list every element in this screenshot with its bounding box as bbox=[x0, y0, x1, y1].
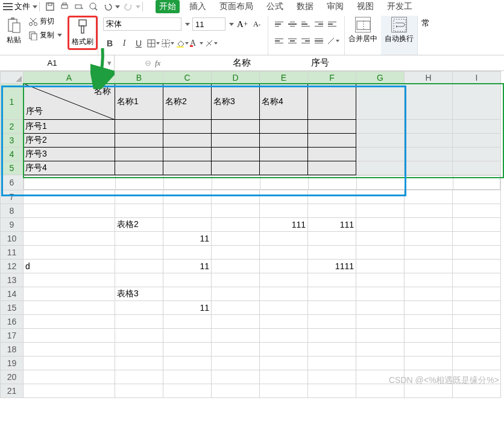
col-head-e[interactable]: E bbox=[260, 72, 308, 84]
cell-b1[interactable]: 名称1 bbox=[115, 84, 163, 120]
tab-layout[interactable]: 页面布局 bbox=[216, 0, 257, 13]
row-head-4[interactable]: 4 bbox=[1, 148, 24, 161]
file-menu-drop-icon[interactable] bbox=[33, 5, 37, 8]
align-middle-button[interactable] bbox=[286, 18, 298, 30]
paste-button[interactable]: 粘贴 bbox=[4, 16, 24, 46]
cell-f9[interactable]: 111 bbox=[308, 218, 356, 232]
qat-preview-icon[interactable] bbox=[87, 1, 99, 13]
decrease-font-icon[interactable]: A- bbox=[251, 18, 263, 30]
align-center-button[interactable] bbox=[286, 35, 298, 47]
cut-button[interactable]: 剪切 bbox=[27, 16, 64, 27]
col-head-d[interactable]: D bbox=[212, 72, 260, 84]
row-head-13[interactable]: 13 bbox=[1, 273, 24, 287]
size-drop-icon[interactable] bbox=[229, 23, 234, 26]
cell-a3[interactable]: 序号2 bbox=[24, 134, 115, 148]
row-head-11[interactable]: 11 bbox=[1, 246, 24, 260]
row-head-8[interactable]: 8 bbox=[1, 204, 24, 218]
format-painter-button[interactable]: 格式刷 bbox=[68, 16, 98, 50]
font-drop-icon[interactable] bbox=[185, 23, 190, 26]
cell-b9[interactable]: 表格2 bbox=[115, 218, 163, 232]
cell-b14[interactable]: 表格3 bbox=[115, 287, 163, 301]
row-head-18[interactable]: 18 bbox=[1, 343, 24, 356]
tab-insert[interactable]: 插入 bbox=[186, 0, 210, 13]
col-head-c[interactable]: C bbox=[163, 72, 212, 84]
cell-a12[interactable]: d bbox=[24, 260, 115, 273]
inner-border-button[interactable] bbox=[161, 37, 174, 50]
col-head-a[interactable]: A bbox=[24, 72, 115, 84]
undo-drop-icon[interactable] bbox=[115, 5, 120, 8]
align-right-button[interactable] bbox=[300, 35, 312, 47]
align-left-button[interactable] bbox=[273, 35, 285, 47]
row-head-5[interactable]: 5 bbox=[1, 161, 24, 175]
border-button[interactable] bbox=[146, 37, 160, 50]
redo-drop-icon[interactable] bbox=[136, 5, 140, 8]
tab-review[interactable]: 审阅 bbox=[323, 0, 347, 13]
underline-button[interactable]: U bbox=[132, 37, 145, 50]
col-head-h[interactable]: H bbox=[405, 72, 453, 84]
row-head-2[interactable]: 2 bbox=[1, 120, 24, 134]
row-head-17[interactable]: 17 bbox=[1, 329, 24, 343]
file-menu[interactable]: 文件 bbox=[13, 1, 31, 12]
cell-a5[interactable]: 序号4 bbox=[24, 161, 115, 175]
indent-right-button[interactable] bbox=[313, 18, 325, 30]
hamburger-icon[interactable] bbox=[2, 1, 13, 12]
font-size-select[interactable] bbox=[192, 17, 225, 31]
cancel-formula-icon[interactable]: ⊖ bbox=[145, 58, 151, 67]
tab-formula[interactable]: 公式 bbox=[263, 0, 287, 13]
fill-color-button[interactable] bbox=[175, 37, 189, 50]
copy-button[interactable]: 复制 bbox=[27, 30, 64, 41]
row-head-10[interactable]: 10 bbox=[1, 232, 24, 246]
cell-c12[interactable]: 11 bbox=[163, 260, 212, 273]
indent-left-button[interactable] bbox=[326, 18, 338, 30]
cell-c15[interactable]: 11 bbox=[163, 301, 212, 315]
row-head-9[interactable]: 9 bbox=[1, 218, 24, 232]
qat-save-icon[interactable] bbox=[44, 1, 56, 13]
bold-button[interactable]: B bbox=[103, 37, 116, 50]
tab-view[interactable]: 视图 bbox=[353, 0, 377, 13]
row-head-3[interactable]: 3 bbox=[1, 134, 24, 148]
cell-c1[interactable]: 名称2 bbox=[163, 84, 212, 120]
orientation-button[interactable] bbox=[326, 34, 339, 48]
row-head-21[interactable]: 21 bbox=[1, 384, 24, 398]
copy-drop-icon[interactable] bbox=[57, 34, 62, 37]
wrap-text-button[interactable]: 自动换行 bbox=[381, 16, 417, 55]
qat-print-dropdown-icon[interactable] bbox=[73, 1, 85, 13]
clear-format-button[interactable] bbox=[204, 37, 218, 50]
cell-c10[interactable]: 11 bbox=[163, 232, 212, 246]
row-head-20[interactable]: 20 bbox=[1, 370, 24, 384]
justify-button[interactable] bbox=[313, 35, 325, 47]
qat-undo-icon[interactable] bbox=[102, 1, 114, 13]
row-head-1[interactable]: 1 bbox=[1, 84, 24, 120]
row-head-6[interactable]: 6 bbox=[1, 175, 24, 190]
cell-g1[interactable] bbox=[356, 84, 405, 120]
cell-f1[interactable] bbox=[308, 84, 356, 120]
cell-a2[interactable]: 序号1 bbox=[24, 120, 115, 134]
select-all-corner[interactable] bbox=[1, 72, 24, 84]
align-top-button[interactable] bbox=[273, 18, 285, 30]
name-box-drop-icon[interactable]: ▾ bbox=[104, 58, 114, 67]
row-head-16[interactable]: 16 bbox=[1, 315, 24, 329]
spreadsheet-grid[interactable]: A B C D E F G H I 1 名称 序号 名称1 名称2 名称3 名称… bbox=[0, 71, 504, 398]
name-box-input[interactable] bbox=[0, 58, 104, 67]
cell-h1[interactable] bbox=[405, 84, 453, 120]
tab-home[interactable]: 开始 bbox=[156, 0, 180, 13]
cell-f12[interactable]: 1111 bbox=[308, 260, 356, 273]
row-head-14[interactable]: 14 bbox=[1, 287, 24, 301]
qat-redo-icon[interactable] bbox=[122, 1, 134, 13]
cell-a4[interactable]: 序号3 bbox=[24, 148, 115, 161]
cell-e9[interactable]: 111 bbox=[260, 218, 308, 232]
font-name-select[interactable] bbox=[103, 17, 181, 31]
row-head-15[interactable]: 15 bbox=[1, 301, 24, 315]
cell-i1[interactable] bbox=[453, 84, 501, 120]
col-head-i[interactable]: I bbox=[453, 72, 501, 84]
qat-print-icon[interactable] bbox=[58, 1, 71, 13]
row-head-12[interactable]: 12 bbox=[1, 260, 24, 273]
row-head-7[interactable]: 7 bbox=[1, 190, 24, 204]
col-head-b[interactable]: B bbox=[115, 72, 163, 84]
row-head-19[interactable]: 19 bbox=[1, 356, 24, 370]
align-bottom-button[interactable] bbox=[300, 18, 312, 30]
tab-data[interactable]: 数据 bbox=[293, 0, 317, 13]
tab-dev[interactable]: 开发工 bbox=[383, 0, 416, 13]
col-head-g[interactable]: G bbox=[356, 72, 405, 84]
cell-d1[interactable]: 名称3 bbox=[212, 84, 260, 120]
